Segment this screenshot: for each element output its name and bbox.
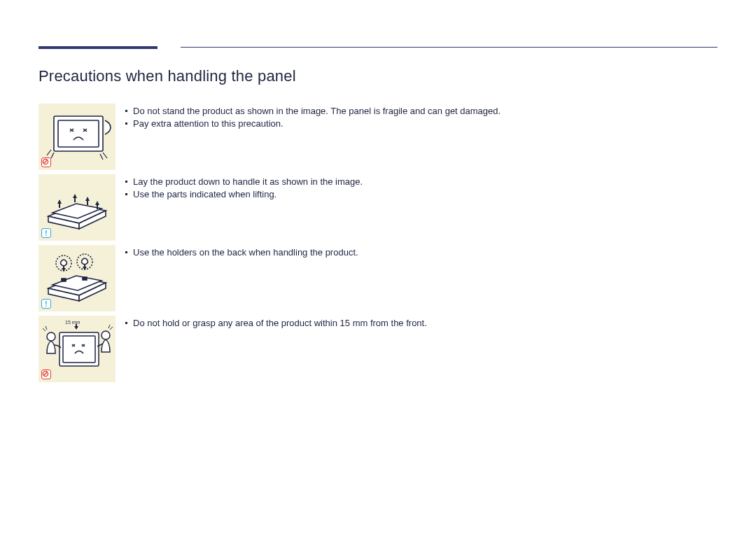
bullet-icon bbox=[125, 110, 127, 112]
svg-point-23 bbox=[102, 331, 110, 339]
svg-line-24 bbox=[43, 328, 46, 331]
prohibit-icon bbox=[41, 370, 51, 379]
illustration-front-edge-15mm: 15 mm bbox=[38, 316, 115, 382]
svg-line-8 bbox=[103, 153, 107, 158]
precaution-text: Do not stand the product as shown in the… bbox=[115, 104, 500, 129]
caution-icon: ! bbox=[41, 299, 51, 309]
text: Use the holders on the back when handlin… bbox=[133, 246, 358, 259]
precaution-text: Do not hold or grasp any area of the pro… bbox=[115, 316, 427, 330]
text: Use the parts indicated when lifting. bbox=[133, 188, 276, 201]
text: Do not stand the product as shown in the… bbox=[133, 105, 500, 118]
svg-line-9 bbox=[100, 154, 103, 160]
illustration-holders: ! bbox=[38, 245, 115, 311]
text: Lay the product down to handle it as sho… bbox=[133, 176, 363, 188]
section-title: Precautions when handling the panel bbox=[38, 67, 296, 85]
bullet-icon bbox=[125, 322, 127, 324]
svg-point-22 bbox=[47, 332, 55, 341]
bullet-icon bbox=[125, 251, 127, 253]
precaution-row: Do not stand the product as shown in the… bbox=[38, 104, 718, 170]
precaution-text: Use the holders on the back when handlin… bbox=[115, 245, 358, 259]
prohibit-icon bbox=[41, 157, 51, 167]
svg-line-27 bbox=[108, 325, 110, 328]
svg-rect-14 bbox=[62, 279, 66, 281]
text: Do not hold or grasp any area of the pro… bbox=[133, 317, 427, 330]
svg-rect-0 bbox=[54, 116, 103, 151]
illustration-laydown-arrows: ! bbox=[38, 174, 115, 241]
text-line: Do not stand the product as shown in the… bbox=[125, 105, 500, 118]
illustration-standing-panel bbox=[38, 104, 115, 170]
text-line: Use the holders on the back when handlin… bbox=[125, 246, 358, 259]
svg-line-11 bbox=[44, 160, 48, 164]
precaution-row: ! Use the holders on the back when handl… bbox=[38, 245, 718, 311]
svg-line-29 bbox=[44, 372, 48, 376]
svg-line-25 bbox=[46, 326, 47, 330]
precaution-list: Do not stand the product as shown in the… bbox=[38, 104, 718, 386]
document-page: Precautions when handling the panel bbox=[0, 0, 756, 534]
precaution-row: ! Lay the product down to handle it as s… bbox=[38, 174, 718, 241]
caution-icon: ! bbox=[41, 228, 51, 238]
svg-line-26 bbox=[110, 327, 113, 330]
svg-line-6 bbox=[47, 150, 51, 155]
text-line: Do not hold or grasp any area of the pro… bbox=[125, 317, 427, 330]
text-line: Lay the product down to handle it as sho… bbox=[125, 176, 363, 188]
text-line: Pay extra attention to this precaution. bbox=[125, 118, 500, 130]
bullet-icon bbox=[125, 181, 127, 183]
bullet-icon bbox=[125, 193, 127, 195]
precaution-text: Lay the product down to handle it as sho… bbox=[115, 174, 363, 200]
text: Pay extra attention to this precaution. bbox=[133, 118, 284, 130]
svg-rect-16 bbox=[59, 332, 99, 366]
bullet-icon bbox=[125, 122, 127, 125]
svg-line-7 bbox=[51, 153, 54, 158]
text-line: Use the parts indicated when lifting. bbox=[125, 188, 363, 201]
svg-rect-15 bbox=[83, 277, 87, 280]
accent-bar bbox=[38, 46, 158, 49]
horizontal-rule bbox=[181, 47, 718, 48]
precaution-row: 15 mm bbox=[38, 316, 718, 382]
